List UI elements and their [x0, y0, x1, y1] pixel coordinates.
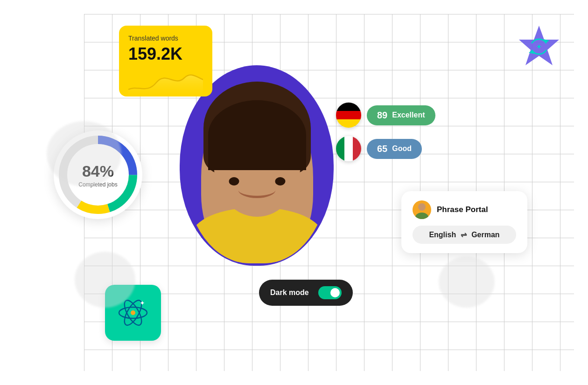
svg-point-4 — [418, 203, 426, 211]
svg-text:✦: ✦ — [140, 299, 145, 307]
phrase-portal-title: Phrase Portal — [437, 205, 488, 214]
translated-words-label: Translated words — [128, 34, 203, 42]
direction-arrow: ⇌ — [461, 230, 467, 239]
german-flag — [336, 103, 361, 128]
source-language: English — [429, 231, 456, 239]
avatar — [413, 200, 431, 219]
refresh-badge — [516, 23, 562, 70]
language-direction[interactable]: English ⇌ German — [413, 226, 516, 244]
dark-mode-toggle[interactable] — [318, 286, 342, 299]
splatter-3 — [439, 256, 495, 308]
phrase-portal-card: Phrase Portal English ⇌ German — [401, 191, 527, 253]
toggle-knob — [330, 288, 340, 297]
score-italian: 65 — [377, 144, 387, 154]
score-label-excellent: Excellent — [392, 111, 425, 119]
score-badge-good: 65 Good — [367, 139, 422, 159]
splatter-2 — [75, 252, 135, 308]
eye-right — [275, 177, 285, 186]
scene: Translated words 159.2K — [0, 0, 588, 385]
smile — [238, 182, 276, 198]
italian-flag — [336, 136, 361, 161]
refresh-badge-icon — [516, 23, 562, 70]
translated-words-card: Translated words 159.2K — [119, 26, 212, 96]
eye-left — [229, 177, 239, 186]
dark-mode-card: Dark mode — [259, 280, 353, 306]
dark-mode-label: Dark mode — [270, 289, 309, 297]
target-language: German — [471, 231, 499, 239]
svg-point-9 — [131, 310, 135, 315]
badge-row-italian: 65 Good — [336, 136, 435, 161]
svg-point-5 — [415, 213, 428, 219]
translated-words-value: 159.2K — [128, 44, 203, 64]
wave-chart — [128, 69, 203, 96]
phrase-card-header: Phrase Portal — [413, 200, 516, 219]
score-badge-excellent: 89 Excellent — [367, 105, 435, 125]
splatter-1 — [47, 121, 121, 186]
badge-row-german: 89 Excellent — [336, 103, 435, 128]
score-label-good: Good — [392, 144, 412, 153]
face-hair-top — [208, 100, 306, 170]
score-german: 89 — [377, 110, 387, 121]
language-badges-container: 89 Excellent 65 Good — [336, 103, 435, 161]
person-portrait — [186, 72, 328, 263]
